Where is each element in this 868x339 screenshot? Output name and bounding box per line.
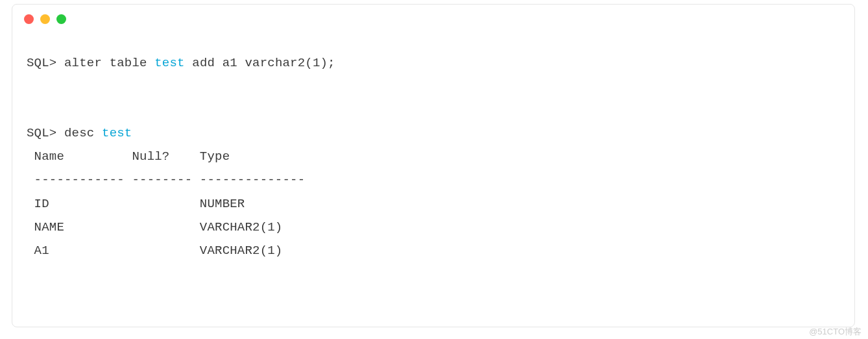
sql-text: desc xyxy=(64,126,102,140)
sql-highlight-test: test xyxy=(154,56,184,70)
sql-prompt: SQL> xyxy=(27,126,64,140)
desc-row: NAME VARCHAR2(1) xyxy=(27,220,282,234)
desc-row: A1 VARCHAR2(1) xyxy=(27,244,282,258)
desc-divider: ------------ -------- -------------- xyxy=(27,173,305,187)
code-block: SQL> alter table test add a1 varchar2(1)… xyxy=(12,33,854,269)
sql-prompt: SQL> xyxy=(27,56,64,70)
zoom-icon xyxy=(56,14,66,24)
desc-row: ID NUMBER xyxy=(27,197,245,211)
code-window: SQL> alter table test add a1 varchar2(1)… xyxy=(12,4,855,327)
sql-highlight-test: test xyxy=(102,126,132,140)
minimize-icon xyxy=(40,14,50,24)
close-icon xyxy=(24,14,34,24)
sql-text: alter table xyxy=(64,56,154,70)
desc-header: Name Null? Type xyxy=(27,149,230,164)
window-titlebar xyxy=(12,5,854,33)
watermark: @51CTO博客 xyxy=(809,326,862,338)
sql-text: add a1 varchar2(1); xyxy=(185,56,335,70)
